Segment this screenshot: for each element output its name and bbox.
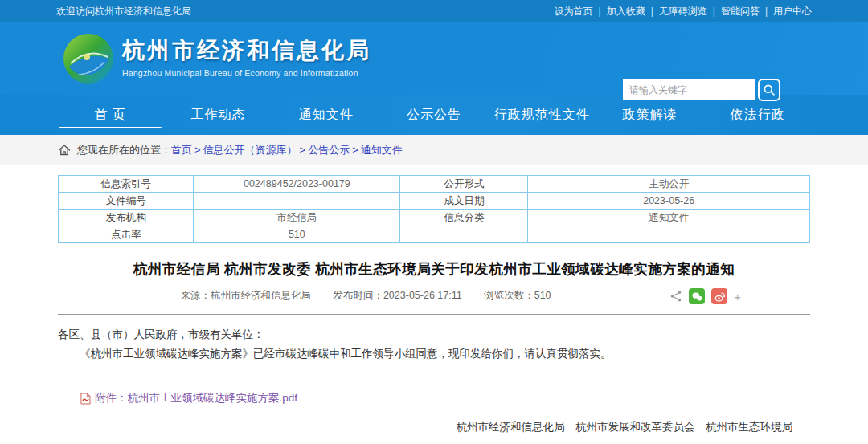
nav-item-policy-interpretation[interactable]: 政策解读 <box>596 95 703 135</box>
pdf-icon <box>80 393 91 405</box>
info-value-disclosure-form: 主动公开 <box>528 176 810 193</box>
nav-item-home[interactable]: 首 页 <box>56 95 164 135</box>
info-label: 文件编号 <box>59 193 194 210</box>
info-label: 信息分类 <box>400 210 528 226</box>
body-paragraph-main: 《杭州市工业领域碳达峰实施方案》已经市碳达峰碳中和工作领导小组同意，现印发给你们… <box>58 344 810 364</box>
info-value-issue-date: 2023-05-26 <box>528 193 810 210</box>
share-nodes-icon[interactable] <box>669 290 682 303</box>
link-add-favorite[interactable]: 加入收藏 <box>607 6 645 17</box>
link-smart-qa[interactable]: 智能问答 <box>721 6 760 17</box>
site-title-block: 杭州市经济和信息化局 Hangzhou Municipal Bureau of … <box>122 35 371 78</box>
active-tab-underline <box>59 127 162 128</box>
nav-item-administrative-normative-docs[interactable]: 行政规范性文件 <box>488 95 596 135</box>
share-weibo-icon[interactable] <box>711 288 727 304</box>
table-row: 文件编号 成文日期 2023-05-26 <box>59 193 810 210</box>
link-separator: | <box>765 6 768 17</box>
site-title: 杭州市经济和信息化局 <box>122 35 371 66</box>
document-info-table: 信息索引号 002489452/2023-00179 公开形式 主动公开 文件编… <box>58 175 810 243</box>
breadcrumb-link-announcements[interactable]: 公告公示 <box>308 143 350 157</box>
share-wechat-icon[interactable] <box>689 288 705 304</box>
issuing-agencies-signature: 杭州市经济和信息化局 杭州市发展和改革委员会 杭州市生态环境局 <box>58 420 810 434</box>
info-value-empty <box>528 226 810 243</box>
breadcrumb-link-info-disclosure[interactable]: 信息公开（资源库） <box>203 143 297 157</box>
link-separator: | <box>651 6 653 17</box>
info-value-index-number: 002489452/2023-00179 <box>194 176 400 193</box>
info-label: 点击率 <box>59 226 194 243</box>
article-title: 杭州市经信局 杭州市发改委 杭州市生态环境局关于印发杭州市工业领域碳达峰实施方案… <box>58 259 810 279</box>
breadcrumb: 您现在所在的位置： 首页> 信息公开（资源库）> 公告公示> 通知文件 <box>0 135 868 165</box>
info-label <box>400 226 528 243</box>
info-value-click-count: 510 <box>194 226 400 243</box>
site-logo-icon <box>63 33 114 84</box>
content-divider <box>58 314 810 315</box>
info-label: 信息索引号 <box>59 176 194 193</box>
share-more-button[interactable]: + <box>734 290 741 303</box>
main-nav: 首 页 工作动态 通知文件 公示公告 行政规范性文件 政策解读 依法行政 <box>0 95 868 135</box>
nav-item-law-based-administration[interactable]: 依法行政 <box>704 95 812 135</box>
article-body: 各区、县（市）人民政府，市级有关单位： 《杭州市工业领域碳达峰实施方案》已经市碳… <box>58 325 810 364</box>
link-separator: | <box>713 6 715 17</box>
attachment-link[interactable]: 附件：杭州市工业领域碳达峰实施方案.pdf <box>95 391 297 405</box>
breadcrumb-prefix: 您现在所在的位置： <box>77 143 171 157</box>
home-icon[interactable] <box>58 144 71 157</box>
share-toolbar: + <box>669 288 741 304</box>
table-row: 点击率 510 <box>59 226 810 243</box>
link-separator: | <box>599 6 601 17</box>
link-accessibility[interactable]: 无障碍浏览 <box>659 6 707 17</box>
nav-item-notice-documents[interactable]: 通知文件 <box>272 95 380 135</box>
info-value-document-number <box>194 193 400 210</box>
nav-item-public-announcements[interactable]: 公示公告 <box>380 95 488 135</box>
breadcrumb-separator: > <box>352 144 358 156</box>
link-set-homepage[interactable]: 设为首页 <box>555 6 593 17</box>
breadcrumb-link-notice-documents[interactable]: 通知文件 <box>361 143 403 157</box>
utility-links: 设为首页|加入收藏|无障碍浏览|智能问答|用户中心 <box>555 5 813 18</box>
attachment-row: 附件：杭州市工业领域碳达峰实施方案.pdf <box>80 391 810 405</box>
info-value-issuing-agency: 市经信局 <box>194 210 400 226</box>
breadcrumb-link-home[interactable]: 首页 <box>171 143 192 157</box>
info-value-category: 通知文件 <box>528 210 810 226</box>
site-header: 杭州市经济和信息化局 Hangzhou Municipal Bureau of … <box>0 22 868 95</box>
main-content: 信息索引号 002489452/2023-00179 公开形式 主动公开 文件编… <box>0 165 868 444</box>
article-publish-time: 发布时间：2023-05-26 17:11 <box>333 290 461 301</box>
welcome-text: 欢迎访问杭州市经济和信息化局 <box>56 5 191 18</box>
table-row: 发布机构 市经信局 信息分类 通知文件 <box>59 210 810 226</box>
site-title-english: Hangzhou Municipal Bureau of Economy and… <box>122 68 371 78</box>
body-paragraph-salutation: 各区、县（市）人民政府，市级有关单位： <box>58 325 810 344</box>
breadcrumb-separator: > <box>300 144 306 156</box>
nav-item-work-updates[interactable]: 工作动态 <box>164 95 272 135</box>
link-user-center[interactable]: 用户中心 <box>773 6 812 17</box>
breadcrumb-separator: > <box>194 144 201 156</box>
article-meta: 来源：杭州市经济和信息化局 发布时间：2023-05-26 17:11 浏览次数… <box>58 289 810 307</box>
info-label: 发布机构 <box>59 210 194 226</box>
info-label: 公开形式 <box>400 176 528 193</box>
article-source: 来源：杭州市经济和信息化局 <box>180 290 311 301</box>
article-view-count: 浏览次数：510 <box>484 290 551 301</box>
top-utility-bar: 欢迎访问杭州市经济和信息化局 设为首页|加入收藏|无障碍浏览|智能问答|用户中心 <box>0 0 868 22</box>
info-label: 成文日期 <box>400 193 528 210</box>
table-row: 信息索引号 002489452/2023-00179 公开形式 主动公开 <box>59 176 810 193</box>
